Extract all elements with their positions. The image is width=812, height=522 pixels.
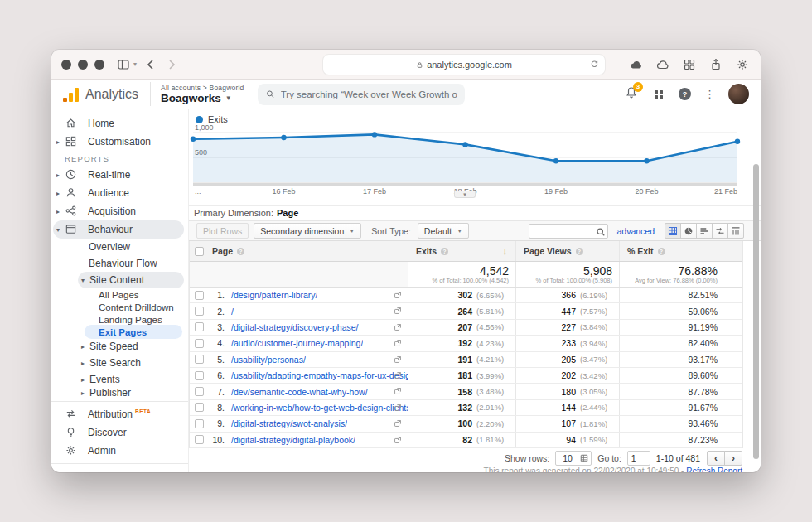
chevron-right-icon[interactable]: ▸ xyxy=(56,208,65,215)
window-controls[interactable] xyxy=(61,60,104,70)
share-icon[interactable] xyxy=(708,58,723,72)
sidebar-chevron-icon[interactable]: ▾ xyxy=(133,60,137,68)
avatar[interactable] xyxy=(728,84,749,104)
secondary-dimension-button[interactable]: Secondary dimension▼ xyxy=(254,223,361,239)
apps-grid-icon[interactable] xyxy=(651,87,665,101)
sidebar-item-behaviour-flow[interactable]: Behaviour Flow xyxy=(51,255,188,272)
help-icon[interactable]: ? xyxy=(441,248,448,255)
table-row[interactable]: 8./working-in-web/how-to-get-web-design-… xyxy=(190,400,742,416)
page-link[interactable]: /audio/customer-journey-mapping/ xyxy=(231,338,363,348)
sidebar-item-exit-pages[interactable]: Exit Pages xyxy=(51,326,188,338)
view-pivot-button[interactable] xyxy=(727,223,744,239)
open-page-external-icon[interactable] xyxy=(394,371,402,381)
table-row[interactable]: 1./design/pattern-library/302(6.65%)366(… xyxy=(190,288,742,303)
view-comparison-button[interactable] xyxy=(712,223,728,239)
extension-cloud-icon[interactable] xyxy=(629,58,643,72)
sidebar-item-all-pages[interactable]: All Pages xyxy=(51,288,188,301)
row-checkbox[interactable] xyxy=(195,355,204,364)
primary-dimension-value[interactable]: Page xyxy=(277,208,298,218)
next-page-button[interactable]: › xyxy=(724,451,742,466)
sidebar-item-content-drilldown[interactable]: Content Drilldown xyxy=(51,301,188,313)
row-checkbox[interactable] xyxy=(195,339,204,348)
chevron-right-icon[interactable]: ▸ xyxy=(81,360,89,367)
row-checkbox[interactable] xyxy=(195,371,204,380)
row-checkbox[interactable] xyxy=(195,387,204,396)
row-checkbox[interactable] xyxy=(195,435,204,444)
help-icon[interactable]: ? xyxy=(576,248,583,255)
sidebar-item-discover[interactable]: Discover xyxy=(51,423,188,442)
help-icon[interactable]: ? xyxy=(679,88,691,100)
page-link[interactable]: /design/pattern-library/ xyxy=(231,290,317,300)
previous-page-button[interactable]: ‹ xyxy=(707,451,725,466)
sidebar-item-behaviour[interactable]: ▾Behaviour xyxy=(51,220,188,239)
help-icon[interactable]: ? xyxy=(658,248,665,255)
sidebar-collapse-button[interactable]: ‹ xyxy=(51,467,188,472)
table-row[interactable]: 3./digital-strategy/discovery-phase/207(… xyxy=(190,320,742,336)
page-link[interactable]: /digital-strategy/discovery-phase/ xyxy=(231,322,359,332)
sidebar-toggle-icon[interactable] xyxy=(116,57,130,71)
chevron-down-icon[interactable]: ▾ xyxy=(81,277,89,284)
chevron-right-icon[interactable]: ▸ xyxy=(81,389,89,397)
page-link[interactable]: /working-in-web/how-to-get-web-design-cl… xyxy=(231,403,408,413)
icloud-icon[interactable] xyxy=(655,58,669,72)
open-page-external-icon[interactable] xyxy=(394,404,402,413)
open-page-external-icon[interactable] xyxy=(394,307,402,317)
kebab-menu-icon[interactable]: ⋮ xyxy=(704,88,715,100)
select-all-checkbox[interactable] xyxy=(195,247,204,256)
back-button[interactable] xyxy=(143,57,157,71)
row-checkbox[interactable] xyxy=(195,291,204,300)
table-row[interactable]: 6./usability/adapting-empathy-maps-for-u… xyxy=(190,368,742,384)
help-icon[interactable]: ? xyxy=(237,248,244,255)
sidebar-item-publisher[interactable]: ▸Publisher xyxy=(51,388,188,398)
tab-overview-icon[interactable] xyxy=(682,58,696,72)
sidebar-item-site-speed[interactable]: ▸Site Speed xyxy=(51,338,188,355)
sidebar-item-acquisition[interactable]: ▸Acquisition xyxy=(51,202,188,220)
analytics-logo-icon[interactable] xyxy=(63,87,79,102)
table-row[interactable]: 9./digital-strategy/swot-analysis/100(2.… xyxy=(190,416,742,432)
open-page-external-icon[interactable] xyxy=(394,291,402,301)
sidebar-item-overview[interactable]: Overview xyxy=(51,239,188,255)
sidebar-item-landing-pages[interactable]: Landing Pages xyxy=(51,313,188,326)
refresh-icon[interactable] xyxy=(590,60,599,70)
open-page-external-icon[interactable] xyxy=(394,387,402,397)
goto-page-input[interactable] xyxy=(627,451,650,466)
chevron-right-icon[interactable]: ▸ xyxy=(56,138,65,146)
page-link[interactable]: / xyxy=(231,307,234,317)
table-row[interactable]: 4./audio/customer-journey-mapping/192(4.… xyxy=(190,336,742,351)
settings-gear-icon[interactable] xyxy=(735,58,749,72)
open-page-external-icon[interactable] xyxy=(394,323,402,333)
plot-rows-button[interactable]: Plot Rows xyxy=(196,223,249,239)
row-checkbox[interactable] xyxy=(195,403,204,412)
table-row[interactable]: 5./usability/personas/191(4.21%)205(3.47… xyxy=(190,352,742,368)
url-bar[interactable]: analytics.google.com xyxy=(323,55,605,75)
sidebar-item-events[interactable]: ▸Events xyxy=(51,371,188,388)
open-page-external-icon[interactable] xyxy=(394,436,402,446)
chevron-right-icon[interactable]: ▸ xyxy=(56,172,65,179)
advanced-filter-link[interactable]: advanced xyxy=(616,226,655,236)
account-selector[interactable]: All accounts > Boagworld Boagworks▼ xyxy=(150,82,244,106)
sort-type-button[interactable]: Default▼ xyxy=(418,223,469,239)
global-search-bar[interactable]: Try searching “Week over Week Growth of … xyxy=(258,84,465,105)
exits-line-chart[interactable]: 5001,000...16 Feb17 Feb18 Feb19 Feb20 Fe… xyxy=(193,124,737,194)
row-checkbox[interactable] xyxy=(195,307,204,316)
sidebar-item-customisation[interactable]: ▸Customisation xyxy=(51,133,188,151)
chevron-right-icon[interactable]: ▸ xyxy=(56,190,65,197)
sidebar-item-home[interactable]: Home xyxy=(51,114,188,133)
chevron-down-icon[interactable]: ▾ xyxy=(56,226,65,234)
sidebar-item-audience[interactable]: ▸Audience xyxy=(51,184,188,202)
page-link[interactable]: /dev/semantic-code-what-why-how/ xyxy=(231,387,368,397)
chevron-right-icon[interactable]: ▸ xyxy=(81,376,89,384)
open-page-external-icon[interactable] xyxy=(394,419,402,429)
sidebar-item-real-time[interactable]: ▸Real-time xyxy=(51,166,188,184)
row-checkbox[interactable] xyxy=(195,322,204,331)
page-link[interactable]: /digital-strategy/digital-playbook/ xyxy=(231,435,355,445)
page-link[interactable]: /usability/adapting-empathy-maps-for-ux-… xyxy=(231,370,408,380)
open-page-external-icon[interactable] xyxy=(394,355,402,365)
refresh-report-link[interactable]: Refresh Report xyxy=(686,466,742,472)
table-row[interactable]: 10./digital-strategy/digital-playbook/82… xyxy=(190,433,742,448)
show-rows-select[interactable]: 10 xyxy=(555,451,592,466)
sidebar-item-site-content[interactable]: ▾Site Content xyxy=(51,272,188,288)
chevron-right-icon[interactable]: ▸ xyxy=(81,343,89,350)
view-performance-button[interactable] xyxy=(696,223,713,239)
sidebar-item-admin[interactable]: Admin xyxy=(51,442,188,460)
